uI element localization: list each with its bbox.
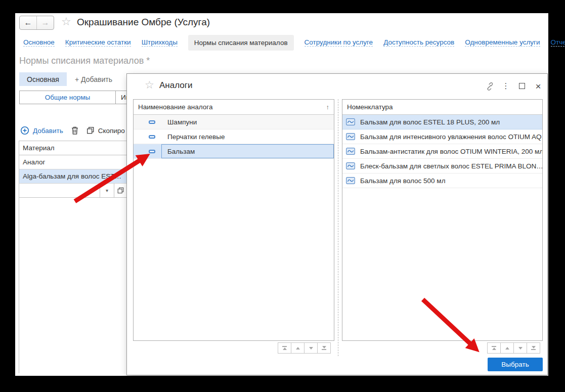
dropdown-button[interactable]: ▾: [100, 184, 114, 197]
dialog-favorite-star-icon[interactable]: ☆: [145, 79, 154, 91]
triangle-up-icon: [296, 347, 300, 350]
analog-row-label: Перчатки гелевые: [161, 129, 334, 144]
triangle-up-icon: [492, 347, 496, 350]
nav-tabs: ОсновноеКритические остаткиШтрихкодыНорм…: [15, 34, 548, 51]
copy-button-label: Скопиро: [98, 127, 125, 135]
nav-tab-1[interactable]: Основное: [23, 38, 55, 47]
table-row-selected[interactable]: Alga-бальзам для волос EST…: [19, 169, 126, 184]
nomenclature-header-label: Номенклатура: [347, 103, 393, 111]
plus-circle-icon: [20, 126, 29, 135]
nomenclature-row[interactable]: Бальзам для интенсивного увлажнения воло…: [342, 129, 542, 144]
page-title: Окрашивание Омбре (Услуга): [77, 17, 210, 28]
triangle-up-icon: [505, 347, 509, 350]
nav-tab-4[interactable]: Нормы списания материалов: [188, 35, 294, 51]
tab-osnovnaya[interactable]: Основная: [19, 72, 67, 86]
analog-row-label: Бальзам: [161, 144, 334, 158]
chevron-down-icon: ▾: [106, 188, 108, 193]
column-header-material[interactable]: Материал: [19, 141, 126, 155]
favorite-star-icon[interactable]: ☆: [61, 15, 71, 28]
materials-table: Материал Аналог Alga-бальзам для волос E…: [19, 141, 126, 373]
analog-row-label: Шампуни: [161, 115, 334, 129]
nomenclature-item-icon: [346, 162, 355, 169]
analog-list-header[interactable]: Наименование аналога ↑: [134, 100, 334, 115]
nav-tab-5[interactable]: Сотрудники по услуге: [305, 38, 373, 47]
segment-common-norms[interactable]: Общие нормы: [20, 91, 116, 104]
analog-input[interactable]: [19, 184, 100, 197]
open-list-icon: [117, 187, 124, 194]
nomenclature-row-label: Бальзам для интенсивного увлажнения воло…: [360, 133, 542, 141]
copy-button[interactable]: Скопиро: [86, 126, 125, 135]
nav-tab-2[interactable]: Критические остатки: [65, 38, 131, 47]
close-button[interactable]: ×: [532, 80, 544, 92]
kebab-menu-icon: ⋮: [502, 81, 510, 91]
history-nav-group: ← →: [19, 16, 54, 30]
go-first-button[interactable]: [278, 342, 291, 354]
more-menu-button[interactable]: ⋮: [500, 80, 512, 92]
column-header-analog[interactable]: Аналог: [19, 155, 126, 169]
forward-button[interactable]: →: [37, 16, 54, 29]
triangle-down-icon: [518, 347, 523, 350]
triangle-down-icon: [309, 347, 313, 350]
delete-button[interactable]: [71, 126, 79, 135]
nomenclature-item-icon: [346, 133, 355, 140]
group-dash-icon: [149, 150, 155, 153]
select-button[interactable]: Выбрать: [488, 358, 543, 371]
nomenclature-item-icon: [346, 148, 355, 155]
analog-list-header-label: Наименование аналога: [138, 103, 212, 111]
go-next-button[interactable]: [513, 342, 527, 354]
panel-splitter[interactable]: [338, 99, 338, 356]
analogs-dialog: ☆ Аналоги ⋮ × Наименование аналога ↑ Шам…: [126, 73, 548, 375]
nomenclature-row-label: Бальзам для волос 500 мл: [360, 177, 446, 185]
nomenclature-row[interactable]: Бальзам-антистатик для волос OTIUM WINTE…: [342, 144, 542, 159]
nomenclature-row[interactable]: Бальзам для волос 500 мл: [342, 173, 542, 188]
add-tab-button[interactable]: + Добавить: [75, 72, 112, 86]
triangle-down-icon: [532, 346, 536, 349]
go-first-icon: [492, 346, 496, 347]
analog-edit-row: ▾: [19, 184, 126, 198]
back-button[interactable]: ←: [20, 16, 37, 29]
sort-ascending-icon: ↑: [326, 103, 330, 111]
go-last-icon: [322, 349, 326, 350]
nomenclature-row[interactable]: Блеск-бальзам для светлых волос ESTEL PR…: [342, 159, 542, 173]
analog-row[interactable]: Перчатки гелевые: [134, 129, 334, 144]
nomenclature-row-label: Блеск-бальзам для светлых волос ESTEL PR…: [360, 162, 542, 170]
analog-row[interactable]: Шампуни: [134, 115, 334, 129]
go-previous-button[interactable]: [500, 342, 514, 354]
link-icon: [486, 82, 494, 91]
go-previous-button[interactable]: [291, 342, 305, 354]
go-last-icon: [531, 349, 536, 350]
triangle-up-icon: [283, 347, 287, 350]
nav-tab-8[interactable]: Отчеты: [551, 38, 565, 47]
back-icon: ←: [24, 18, 32, 27]
dialog-title: Аналоги: [159, 80, 192, 91]
add-button[interactable]: Добавить: [20, 126, 63, 135]
go-next-button[interactable]: [304, 342, 318, 354]
nomenclature-list-header[interactable]: Номенклатура: [342, 100, 542, 115]
nav-tab-7[interactable]: Одновременные услуги: [465, 38, 540, 47]
nomenclature-list-rows: Бальзам для волос ESTEL 18 PLUS, 200 млБ…: [342, 115, 542, 188]
go-first-button[interactable]: [487, 342, 501, 354]
analog-row[interactable]: Бальзам: [134, 144, 334, 159]
maximize-icon: [519, 83, 525, 89]
nav-tab-3[interactable]: Штрихкоды: [142, 38, 178, 47]
copy-icon: [86, 126, 95, 135]
group-dash-icon: [149, 135, 155, 139]
nomenclature-scroll-buttons: [488, 342, 540, 354]
close-icon: ×: [535, 81, 541, 91]
trash-icon: [71, 126, 79, 135]
maximize-button[interactable]: [516, 80, 528, 92]
triangle-down-icon: [322, 346, 326, 349]
nomenclature-list: Номенклатура Бальзам для волос ESTEL 18 …: [342, 99, 543, 341]
nomenclature-row-label: Бальзам для волос ESTEL 18 PLUS, 200 мл: [360, 118, 500, 126]
get-link-button[interactable]: [484, 80, 496, 92]
open-picker-button[interactable]: [114, 184, 126, 197]
go-last-button[interactable]: [527, 342, 540, 354]
section-heading: Нормы списания материалов *: [19, 56, 150, 66]
go-first-icon: [282, 346, 287, 347]
nomenclature-row[interactable]: Бальзам для волос ESTEL 18 PLUS, 200 мл: [342, 115, 542, 129]
nav-tab-6[interactable]: Доступность ресурсов: [383, 38, 454, 47]
group-dash-icon: [149, 120, 155, 124]
analog-list-rows: ШампуниПерчатки гелевыеБальзам: [134, 115, 334, 159]
nomenclature-row-label: Бальзам-антистатик для волос OTIUM WINTE…: [360, 148, 542, 155]
go-last-button[interactable]: [317, 342, 331, 354]
